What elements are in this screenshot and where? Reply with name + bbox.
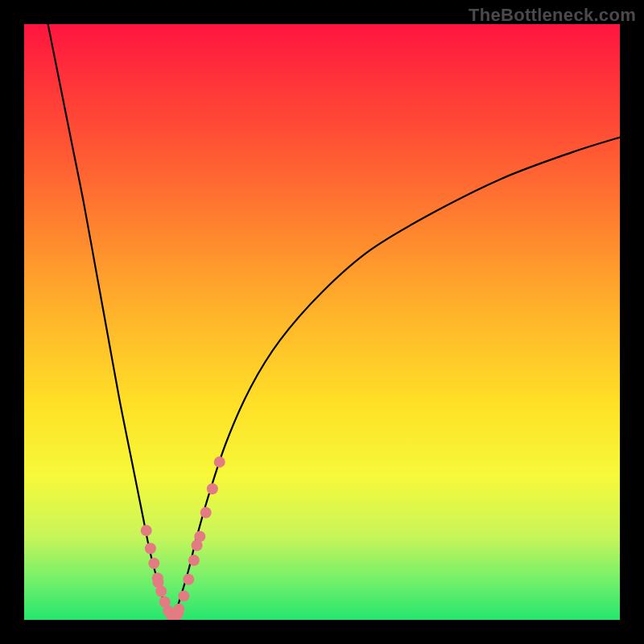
chart-frame: TheBottleneck.com <box>0 0 644 644</box>
marker-point <box>145 543 156 554</box>
marker-point <box>141 525 152 536</box>
marker-point <box>207 483 218 494</box>
marker-point <box>214 456 225 468</box>
marker-point <box>172 609 184 620</box>
marker-point <box>153 576 164 588</box>
marker-point <box>188 555 200 566</box>
marker-point <box>183 574 194 585</box>
curve-right-branch <box>173 138 620 620</box>
marker-point <box>148 558 159 569</box>
curve-left-branch <box>48 24 173 620</box>
plot-area <box>24 24 620 620</box>
watermark-text: TheBottleneck.com <box>469 5 636 26</box>
marker-point <box>178 590 189 601</box>
marker-point <box>200 507 212 518</box>
chart-svg <box>24 24 620 620</box>
marker-point <box>192 540 203 551</box>
